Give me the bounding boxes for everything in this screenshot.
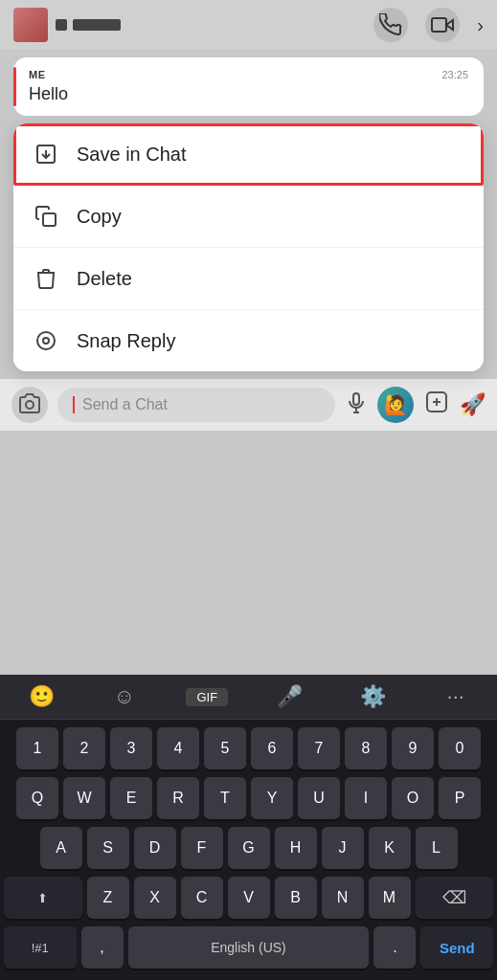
top-bar: ›: [0, 0, 497, 50]
key-d[interactable]: D: [134, 827, 176, 869]
keyboard-row-qwerty: Q W E R T Y U I O P: [4, 777, 493, 819]
key-n[interactable]: N: [322, 877, 364, 919]
mic-button[interactable]: [345, 391, 368, 419]
keyboard-toolbar: 🙂 ☺ GIF 🎤 ⚙️ ···: [0, 675, 497, 720]
key-4[interactable]: 4: [157, 727, 199, 769]
message-time: 23:25: [441, 69, 468, 80]
kb-emoji-icon[interactable]: ☺: [103, 684, 146, 709]
svg-rect-9: [353, 393, 359, 405]
key-m[interactable]: M: [369, 877, 411, 919]
save-in-chat-label: Save in Chat: [77, 144, 187, 166]
key-p[interactable]: P: [439, 777, 481, 819]
keyboard-row-asdf: A S D F G H J K L: [4, 827, 493, 869]
chat-input-placeholder: Send a Chat: [82, 396, 168, 413]
message-accent-bar: [13, 67, 16, 106]
key-8[interactable]: 8: [345, 727, 387, 769]
key-i[interactable]: I: [345, 777, 387, 819]
bitmoji-button[interactable]: 🙋: [377, 387, 414, 423]
menu-item-snap-reply[interactable]: Snap Reply: [13, 310, 484, 371]
kb-settings-icon[interactable]: ⚙️: [351, 684, 394, 709]
copy-icon: [33, 203, 59, 230]
key-x[interactable]: X: [134, 877, 176, 919]
menu-item-copy[interactable]: Copy: [13, 186, 484, 248]
contact-name: [56, 19, 121, 31]
svg-point-7: [43, 338, 49, 344]
key-t[interactable]: T: [204, 777, 246, 819]
key-v[interactable]: V: [228, 877, 270, 919]
key-b[interactable]: B: [275, 877, 317, 919]
key-q[interactable]: Q: [16, 777, 58, 819]
key-o[interactable]: O: [392, 777, 434, 819]
snap-reply-label: Snap Reply: [77, 330, 175, 352]
key-7[interactable]: 7: [298, 727, 340, 769]
video-button[interactable]: [425, 8, 460, 42]
key-g[interactable]: G: [228, 827, 270, 869]
top-bar-right: ›: [373, 8, 484, 42]
message-header: ME 23:25: [29, 69, 468, 80]
svg-rect-4: [43, 213, 56, 226]
message-sender: ME: [29, 69, 46, 80]
right-toolbar-icons: 🙋 🚀: [377, 387, 486, 423]
key-9[interactable]: 9: [392, 727, 434, 769]
sticker-button[interactable]: [425, 390, 448, 419]
delete-icon: [33, 265, 59, 292]
key-1[interactable]: 1: [16, 727, 58, 769]
avatar: [13, 8, 48, 42]
keyboard-row-numbers: 1 2 3 4 5 6 7 8 9 0: [4, 727, 493, 769]
input-bar: Send a Chat 🙋 🚀: [0, 379, 497, 431]
menu-item-save-in-chat[interactable]: Save in Chat: [13, 123, 484, 186]
chat-area: ME 23:25 Hello Save in Chat: [0, 50, 497, 371]
key-send[interactable]: Send: [420, 926, 493, 969]
key-comma[interactable]: ,: [81, 926, 124, 969]
name-text-block: [73, 19, 121, 31]
kb-mic-icon[interactable]: 🎤: [269, 684, 311, 709]
key-j[interactable]: J: [322, 827, 364, 869]
svg-point-8: [26, 401, 34, 409]
keyboard-rows: 1 2 3 4 5 6 7 8 9 0 Q W E R T Y U I O P …: [0, 720, 497, 980]
call-button[interactable]: [373, 8, 408, 42]
message-bubble: ME 23:25 Hello: [13, 57, 484, 116]
rocket-button[interactable]: 🚀: [460, 392, 486, 417]
svg-rect-1: [432, 18, 446, 32]
kb-more-icon[interactable]: ···: [435, 684, 477, 709]
key-2[interactable]: 2: [63, 727, 105, 769]
menu-item-delete[interactable]: Delete: [13, 248, 484, 310]
key-y[interactable]: Y: [251, 777, 293, 819]
key-s[interactable]: S: [87, 827, 129, 869]
message-text: Hello: [29, 84, 468, 104]
key-z[interactable]: Z: [87, 877, 129, 919]
key-k[interactable]: K: [369, 827, 411, 869]
camera-button[interactable]: [11, 387, 48, 423]
key-h[interactable]: H: [275, 827, 317, 869]
key-5[interactable]: 5: [204, 727, 246, 769]
key-space[interactable]: English (US): [128, 926, 370, 969]
key-sym[interactable]: !#1: [4, 926, 77, 969]
key-u[interactable]: U: [298, 777, 340, 819]
key-delete[interactable]: ⌫: [416, 877, 494, 919]
copy-label: Copy: [77, 206, 122, 228]
chevron-right-icon[interactable]: ›: [477, 14, 484, 36]
keyboard-row-bottom: !#1 , English (US) . Send: [4, 926, 493, 969]
key-6[interactable]: 6: [251, 727, 293, 769]
key-c[interactable]: C: [181, 877, 223, 919]
key-3[interactable]: 3: [110, 727, 152, 769]
key-period[interactable]: .: [373, 926, 416, 969]
delete-label: Delete: [77, 268, 132, 290]
svg-point-6: [37, 332, 55, 349]
save-in-chat-icon: [33, 141, 59, 167]
key-0[interactable]: 0: [439, 727, 481, 769]
key-a[interactable]: A: [40, 827, 82, 869]
key-l[interactable]: L: [416, 827, 458, 869]
kb-bitmoji-icon[interactable]: 🙂: [20, 684, 62, 709]
text-cursor: [73, 396, 75, 413]
key-shift[interactable]: ⬆: [4, 877, 82, 919]
chat-input[interactable]: Send a Chat: [57, 388, 335, 422]
key-r[interactable]: R: [157, 777, 199, 819]
top-bar-left: [13, 8, 121, 42]
key-e[interactable]: E: [110, 777, 152, 819]
key-w[interactable]: W: [63, 777, 105, 819]
key-f[interactable]: F: [181, 827, 223, 869]
context-menu: Save in Chat Copy Delete: [13, 123, 484, 371]
kb-gif-icon[interactable]: GIF: [186, 688, 228, 706]
svg-marker-0: [446, 20, 453, 30]
